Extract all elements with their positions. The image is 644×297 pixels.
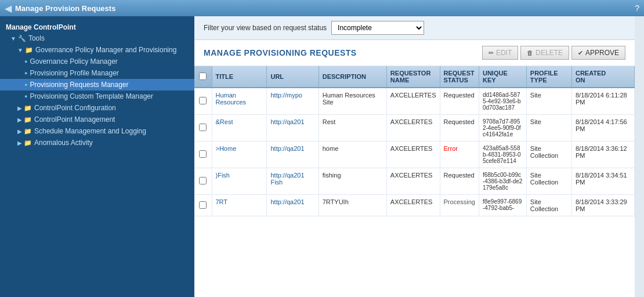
action-buttons: ✏ EDIT 🗑 DELETE ✔ APPROVE [482, 46, 625, 60]
row-unique-key: 423a85a8-558b-4831-8953-05cefe87e114 [479, 142, 526, 168]
row-requestor-name: AXCELERTES [386, 115, 440, 142]
sidebar: Manage ControlPoint ▼ 🔧 Tools ▼ 📁 Govern… [0, 16, 194, 297]
title-link-2[interactable]: >Home [216, 145, 237, 152]
data-table: TITLE URL DESCRIPTION REQUESTORNAME REQU… [194, 66, 635, 216]
header-created-on: CREATEDON [571, 66, 634, 88]
row-created-on: 8/18/2014 3:34:51 PM [571, 168, 634, 195]
row-profile-type: Site Collection [526, 195, 571, 216]
folder-icon: 📁 [24, 104, 32, 112]
filter-select[interactable]: Incomplete Complete All Requested Error … [331, 21, 424, 35]
row-checkbox-3[interactable] [199, 177, 207, 184]
expand-icon: ▶ [17, 128, 22, 135]
table-row: Human Resources http://mypo Human Resour… [194, 88, 635, 115]
back-icon[interactable]: ◀ [5, 3, 12, 14]
header-url: URL [267, 66, 319, 88]
sidebar-item-label: Provisioning Profile Manager [30, 69, 118, 77]
expand-icon: ▶ [17, 117, 22, 123]
row-requestor-name: AXCELLERTES [386, 88, 440, 115]
row-request-status: Requested [440, 115, 479, 142]
scrollbar[interactable] [635, 16, 644, 297]
sidebar-item-provisioning-custom-template[interactable]: ● Provisioning Custom Template Manager [0, 90, 194, 102]
table-row: >Home http://qa201 home AXCELERTES Error… [194, 142, 635, 168]
folder-icon: 📁 [24, 139, 32, 147]
table-row: )Fish http://qa201 Fish fishing AXCELERT… [194, 168, 635, 195]
row-title: 7RT [212, 195, 267, 216]
expand-icon: ▼ [10, 35, 16, 42]
url-link-4[interactable]: http://qa201 [270, 198, 304, 205]
sidebar-item-label: Governance Policy Manager and Provisioni… [35, 46, 176, 54]
row-unique-key: 9708a7d7-8952-4ee5-90f9-0fc41642fa1e [479, 115, 526, 142]
sidebar-item-governance-policy-manager[interactable]: ● Governance Policy Manager [0, 56, 194, 67]
section-title: MANAGE PROVISIONING REQUESTS [204, 48, 357, 57]
sidebar-item-label: ControlPoint Configuration [34, 104, 116, 112]
row-checkbox-1[interactable] [199, 124, 207, 131]
header-title: TITLE [212, 66, 267, 88]
row-checkbox-4[interactable] [199, 201, 207, 209]
sidebar-item-label: Provisioning Custom Template Manager [30, 92, 153, 100]
row-description: Human Resources Site [319, 88, 386, 115]
row-profile-type: Site Collection [526, 142, 571, 168]
filter-label: Filter your view based on request status [204, 24, 327, 32]
url-link-0[interactable]: http://mypo [270, 92, 302, 99]
section-header: MANAGE PROVISIONING REQUESTS ✏ EDIT 🗑 DE… [194, 40, 635, 66]
row-url: http://qa201 [267, 142, 319, 168]
circle-icon: ● [24, 59, 27, 64]
row-checkbox-cell [194, 195, 212, 216]
header-requestor-name: REQUESTORNAME [386, 66, 440, 88]
row-checkbox-2[interactable] [199, 150, 207, 158]
row-created-on: 8/18/2014 6:11:28 PM [571, 88, 634, 115]
expand-icon: ▶ [17, 105, 22, 111]
row-checkbox-0[interactable] [199, 97, 207, 104]
sidebar-item-tools[interactable]: ▼ 🔧 Tools [0, 32, 194, 44]
table-row: &Rest http://qa201 Rest AXCELERTES Reque… [194, 115, 635, 142]
url-link-3[interactable]: http://qa201 Fish [270, 172, 304, 186]
url-link-2[interactable]: http://qa201 [270, 145, 304, 152]
table-row: 7RT http://qa201 7RTYUIh AXCELERTES Proc… [194, 195, 635, 216]
row-requestor-name: AXCELERTES [386, 195, 440, 216]
delete-button[interactable]: 🗑 DELETE [520, 46, 569, 60]
content-area: Filter your view based on request status… [194, 16, 635, 297]
sidebar-item-label: Provisioning Requests Manager [30, 81, 128, 89]
approve-button[interactable]: ✔ APPROVE [571, 46, 625, 60]
row-checkbox-cell [194, 142, 212, 168]
sidebar-item-label: ControlPoint Management [34, 115, 115, 124]
header-unique-key: UNIQUEKEY [479, 66, 526, 88]
sidebar-item-provisioning-profile-manager[interactable]: ● Provisioning Profile Manager [0, 67, 194, 79]
title-link-1[interactable]: &Rest [216, 118, 233, 125]
sidebar-item-label: Tools [28, 34, 45, 42]
help-icon[interactable]: ? [635, 3, 639, 13]
row-created-on: 8/18/2014 3:33:29 PM [571, 195, 634, 216]
row-url: http://qa201 Fish [267, 168, 319, 195]
title-link-0[interactable]: Human Resources [216, 92, 247, 106]
row-checkbox-cell [194, 168, 212, 195]
edit-button[interactable]: ✏ EDIT [482, 46, 518, 60]
sidebar-item-label: Governance Policy Manager [30, 57, 117, 66]
row-title: >Home [212, 142, 267, 168]
row-profile-type: Site [526, 88, 571, 115]
row-title: &Rest [212, 115, 267, 142]
row-title: Human Resources [212, 88, 267, 115]
sidebar-item-schedule-management[interactable]: ▶ 📁 Schedule Management and Logging [0, 125, 194, 137]
title-link-4[interactable]: 7RT [216, 198, 228, 205]
header-profile-type: PROFILETYPE [526, 66, 571, 88]
tools-icon: 🔧 [18, 35, 26, 42]
delete-icon: 🗑 [527, 49, 533, 56]
row-checkbox-cell [194, 88, 212, 115]
row-profile-type: Site [526, 115, 571, 142]
sidebar-item-controlpoint-configuration[interactable]: ▶ 📁 ControlPoint Configuration [0, 102, 194, 114]
row-unique-key: f8e9e997-6869-4792-bab5- [479, 195, 526, 216]
select-all-checkbox[interactable] [199, 73, 207, 80]
row-request-status: Error [440, 142, 479, 168]
row-request-status: Requested [440, 168, 479, 195]
sidebar-item-label: Anomalous Activity [34, 139, 93, 147]
row-title: )Fish [212, 168, 267, 195]
header-description: DESCRIPTION [319, 66, 386, 88]
sidebar-item-governance-provisioning[interactable]: ▼ 📁 Governance Policy Manager and Provis… [0, 44, 194, 56]
circle-icon: ● [24, 70, 27, 76]
header-checkbox-col [194, 66, 212, 88]
url-link-1[interactable]: http://qa201 [270, 118, 304, 125]
sidebar-item-anomalous-activity[interactable]: ▶ 📁 Anomalous Activity [0, 137, 194, 148]
sidebar-item-controlpoint-management[interactable]: ▶ 📁 ControlPoint Management [0, 114, 194, 125]
sidebar-item-provisioning-requests-manager[interactable]: ● Provisioning Requests Manager [0, 79, 194, 90]
title-link-3[interactable]: )Fish [216, 172, 230, 179]
